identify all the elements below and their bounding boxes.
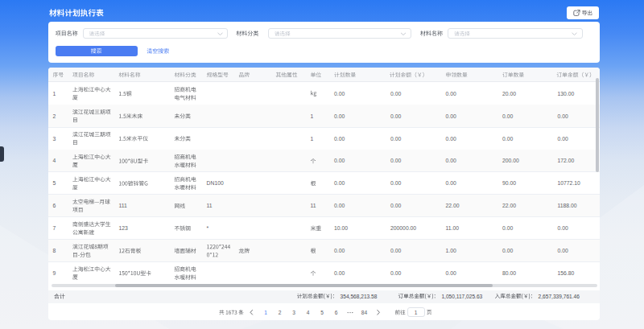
svg-text:172.00: 172.00 — [558, 158, 575, 163]
svg-text:0.00: 0.00 — [558, 225, 568, 231]
svg-text:2: 2 — [279, 310, 282, 315]
svg-text:11: 11 — [207, 203, 213, 208]
svg-text:1188.00: 1188.00 — [558, 203, 577, 208]
svg-text:2,657,339,761.46: 2,657,339,761.46 — [539, 294, 580, 299]
svg-text:80.00: 80.00 — [502, 270, 516, 276]
svg-text:2: 2 — [53, 113, 56, 119]
svg-text:0.00: 0.00 — [390, 113, 401, 119]
svg-text:0.00: 0.00 — [446, 270, 456, 276]
svg-text:0.00: 0.00 — [446, 158, 456, 163]
svg-text:20.00: 20.00 — [502, 91, 516, 97]
svg-text:10.00: 10.00 — [334, 225, 348, 231]
svg-text:0.00: 0.00 — [558, 113, 568, 119]
svg-text:4: 4 — [53, 158, 56, 163]
svg-text:0.00: 0.00 — [390, 270, 401, 276]
svg-text:DN100: DN100 — [207, 180, 224, 186]
svg-text:4: 4 — [307, 310, 310, 315]
svg-text:6: 6 — [53, 203, 56, 208]
svg-text:200000.00: 200000.00 — [390, 225, 416, 231]
svg-text:0.00: 0.00 — [334, 91, 345, 97]
svg-text:1: 1 — [311, 136, 314, 142]
svg-text:0.00: 0.00 — [558, 136, 568, 142]
svg-text:0.00: 0.00 — [446, 136, 456, 142]
svg-text:0.00: 0.00 — [558, 248, 568, 253]
svg-text:11.00: 11.00 — [446, 225, 460, 231]
svg-text:6: 6 — [335, 310, 338, 315]
svg-text:3: 3 — [53, 136, 56, 142]
svg-text:0.00: 0.00 — [334, 158, 345, 163]
svg-text:0.00: 0.00 — [334, 270, 345, 276]
svg-text:90.00: 90.00 — [502, 180, 516, 186]
svg-text:0.00: 0.00 — [390, 158, 401, 163]
svg-text:5: 5 — [53, 180, 56, 186]
svg-text:0.00: 0.00 — [390, 91, 401, 97]
svg-text:3: 3 — [292, 310, 295, 315]
svg-text:200.00: 200.00 — [502, 158, 519, 163]
svg-text:0.00: 0.00 — [334, 248, 345, 253]
svg-text:156.80: 156.80 — [558, 270, 575, 276]
svg-text:0.00: 0.00 — [390, 203, 401, 208]
svg-text:0.00: 0.00 — [390, 248, 401, 253]
svg-text:0.00: 0.00 — [502, 136, 513, 142]
svg-text:8: 8 — [53, 248, 56, 253]
svg-text:0.00: 0.00 — [446, 91, 456, 97]
svg-text:1: 1 — [53, 91, 56, 97]
svg-text:84: 84 — [361, 310, 368, 315]
svg-text:0.00: 0.00 — [334, 136, 345, 142]
svg-text:1,050,117,025.63: 1,050,117,025.63 — [441, 294, 482, 299]
svg-text:0.00: 0.00 — [446, 113, 456, 119]
svg-text:123: 123 — [118, 225, 128, 231]
svg-text:354,568,213.58: 354,568,213.58 — [341, 294, 378, 299]
svg-text:1: 1 — [264, 310, 267, 315]
svg-text:7: 7 — [53, 225, 56, 231]
svg-text:5: 5 — [320, 310, 324, 315]
svg-text:10772.10: 10772.10 — [558, 180, 581, 186]
svg-text:0.00: 0.00 — [502, 248, 513, 253]
svg-text:0.00: 0.00 — [446, 180, 456, 186]
svg-text:11: 11 — [311, 203, 316, 208]
svg-text:0.00: 0.00 — [390, 136, 401, 142]
svg-text:9: 9 — [53, 270, 56, 276]
svg-text:1.00: 1.00 — [446, 248, 456, 253]
svg-text:130.00: 130.00 — [558, 91, 575, 97]
svg-text:111: 111 — [118, 203, 127, 208]
svg-text:0.00: 0.00 — [334, 180, 345, 186]
svg-text:22.00: 22.00 — [502, 203, 516, 208]
svg-text:0.00: 0.00 — [502, 225, 513, 231]
svg-text:*: * — [207, 225, 209, 231]
svg-text:0.00: 0.00 — [334, 203, 345, 208]
svg-text:1: 1 — [415, 310, 418, 315]
svg-text:0.00: 0.00 — [502, 113, 513, 119]
svg-text:22.00: 22.00 — [446, 203, 460, 208]
svg-text:0.00: 0.00 — [390, 180, 401, 186]
svg-text:1: 1 — [311, 113, 314, 119]
svg-text:0.00: 0.00 — [334, 113, 345, 119]
